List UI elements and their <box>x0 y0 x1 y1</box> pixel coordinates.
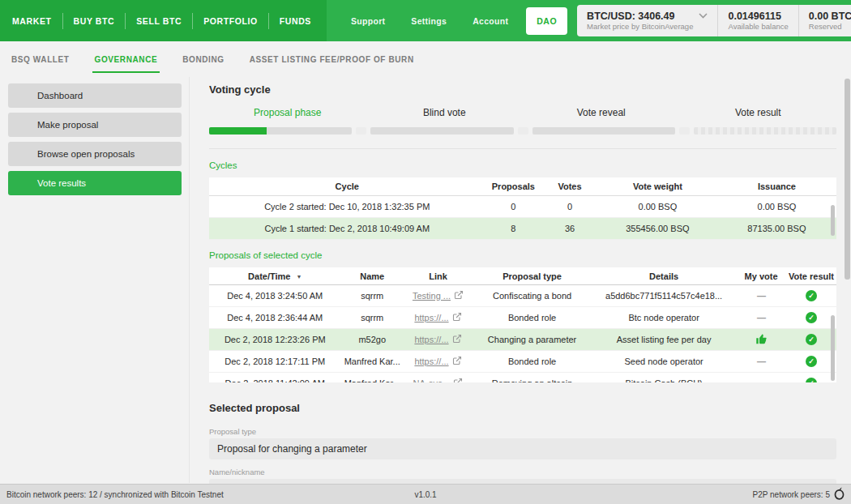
accepted-check-icon: ✓ <box>806 334 817 345</box>
governance-sidebar: Dashboard Make proposal Browse open prop… <box>8 83 182 200</box>
proposal-details: Bitcoin Cash (BCH) <box>592 378 736 382</box>
external-link-icon[interactable] <box>452 312 462 323</box>
col-issuance[interactable]: Issuance <box>717 182 836 191</box>
nav-tab-dao-active[interactable]: DAO <box>526 7 567 35</box>
app-version: v1.0.1 <box>414 490 436 499</box>
my-vote-cell: — <box>736 357 786 366</box>
tab-bonding[interactable]: BONDING <box>182 55 224 64</box>
accepted-check-icon: ✓ <box>806 356 817 367</box>
proposal-row[interactable]: Dec 4, 2018 2:36:44 AM sqrrm https://...… <box>209 307 836 329</box>
nav-item-account[interactable]: Account <box>473 16 508 26</box>
cycle-vote-weight: 355456.00 BSQ <box>598 224 717 233</box>
vote-result-cell: ✓ <box>786 334 836 345</box>
main-scrollbar[interactable] <box>845 79 850 280</box>
p2p-network-status: P2P network peers: 5 <box>753 490 830 499</box>
nav-tab-sell-btc[interactable]: SELL BTC <box>126 16 192 26</box>
col-vote-weight[interactable]: Vote weight <box>598 182 717 191</box>
vote-result-cell: ✓ <box>786 356 836 367</box>
col-votes[interactable]: Votes <box>541 182 598 191</box>
proposal-row-selected[interactable]: Dec 2, 2018 12:23:26 PM m52go https://..… <box>209 329 836 351</box>
available-balance-box: 0.01496115 Available balance <box>717 5 798 36</box>
proposal-type-field[interactable]: Proposal for changing a parameter <box>209 438 836 459</box>
proposal-name: m52go <box>341 335 404 344</box>
sort-desc-icon[interactable]: ▼ <box>296 274 301 280</box>
proposal-row-clipped[interactable]: Dec 2, 2018 11:42:09 AM Manfred Kar... N… <box>209 373 836 382</box>
sidebar-item-make-proposal[interactable]: Make proposal <box>8 113 182 137</box>
col-name[interactable]: Name <box>341 271 404 281</box>
selected-proposal-title: Selected proposal <box>209 402 836 414</box>
external-link-icon[interactable] <box>452 356 462 367</box>
cycle-proposals: 0 <box>485 202 542 211</box>
external-link-icon[interactable] <box>452 334 462 345</box>
external-link-icon[interactable] <box>454 290 464 301</box>
cycles-table-scrollbar[interactable] <box>831 205 835 236</box>
cycle-name: Cycle 1 started: Dec 2, 2018 10:49:09 AM <box>209 224 485 233</box>
proposal-name: Manfred Kar... <box>341 357 404 366</box>
col-link[interactable]: Link <box>404 271 473 281</box>
phase-gap-chip <box>679 127 690 135</box>
nav-tab-funds[interactable]: FUNDS <box>269 16 322 26</box>
proposals-table: Date/Time▼ Name Link Proposal type Detai… <box>209 267 836 382</box>
proposal-details: a5dd6bc771f5114c57c4e18... <box>592 291 736 301</box>
proposals-table-scrollbar[interactable] <box>831 315 835 381</box>
proposal-row[interactable]: Dec 4, 2018 3:24:50 AM sqrrm Testing ...… <box>209 285 836 307</box>
nav-tab-portfolio[interactable]: PORTFOLIO <box>193 16 268 26</box>
proposal-datetime: Dec 4, 2018 3:24:50 AM <box>209 291 341 301</box>
cycles-header-row: Cycle Proposals Votes Vote weight Issuan… <box>209 177 836 196</box>
tab-bsq-wallet[interactable]: BSQ WALLET <box>11 55 70 64</box>
external-link[interactable]: NA-ove... <box>413 378 451 382</box>
reserved-label: Reserved <box>809 22 851 32</box>
available-balance-label: Available balance <box>728 22 788 32</box>
nav-item-support[interactable]: Support <box>351 16 385 26</box>
cycle-row-2[interactable]: Cycle 2 started: Dec 10, 2018 1:32:35 PM… <box>209 196 836 218</box>
tab-asset-listing-fee[interactable]: ASSET LISTING FEE/PROOF OF BURN <box>250 55 414 64</box>
phase-progress-row <box>209 127 836 135</box>
col-cycle[interactable]: Cycle <box>209 182 485 191</box>
cycle-issuance: 87135.00 BSQ <box>717 224 836 233</box>
col-datetime[interactable]: Date/Time▼ <box>209 271 341 281</box>
external-link[interactable]: Testing ... <box>413 291 451 301</box>
thumbs-up-icon <box>756 334 767 344</box>
external-link[interactable]: https://... <box>414 357 448 366</box>
phase-gap-chip <box>356 127 366 135</box>
chevron-down-icon[interactable] <box>674 13 708 19</box>
tab-governance[interactable]: GOVERNANCE <box>95 55 158 64</box>
proposal-row[interactable]: Dec 2, 2018 12:17:11 PM Manfred Kar... h… <box>209 351 836 373</box>
sidebar-item-dashboard[interactable]: Dashboard <box>8 83 182 108</box>
proposal-datetime: Dec 4, 2018 2:36:44 AM <box>209 313 341 322</box>
phase-labels-row: Proposal phase Blind vote Vote reveal Vo… <box>209 107 836 118</box>
sidebar-item-vote-results[interactable]: Vote results <box>8 171 182 195</box>
market-price-source: Market price by BitcoinAverage <box>587 22 708 32</box>
nav-tab-market[interactable]: MARKET <box>2 16 62 26</box>
phase-label-vote-result: Vote result <box>680 107 837 118</box>
proposal-details: Btc node operator <box>592 313 736 322</box>
cycle-row-1-selected[interactable]: Cycle 1 started: Dec 2, 2018 10:49:09 AM… <box>209 218 836 240</box>
col-my-vote[interactable]: My vote <box>736 271 786 281</box>
sidebar-item-browse-open-proposals[interactable]: Browse open proposals <box>8 142 182 166</box>
external-link-icon[interactable] <box>453 378 463 382</box>
proposal-details: Seed node operator <box>592 357 736 366</box>
external-link[interactable]: https://... <box>414 335 448 344</box>
col-details[interactable]: Details <box>592 271 736 281</box>
external-link[interactable]: https://... <box>414 313 448 322</box>
market-price-selector[interactable]: BTC/USD: 3406.49 Market price by Bitcoin… <box>577 5 717 36</box>
nav-tab-buy-btc[interactable]: BUY BTC <box>63 16 126 26</box>
cycle-votes: 36 <box>541 224 598 233</box>
proposals-title: Proposals of selected cycle <box>209 250 836 260</box>
phase-gap-chip <box>518 127 528 135</box>
proposal-type: Changing a parameter <box>473 335 592 344</box>
cycles-table: Cycle Proposals Votes Vote weight Issuan… <box>209 177 836 240</box>
proposals-header-row: Date/Time▼ Name Link Proposal type Detai… <box>209 267 836 285</box>
status-bar: Bitcoin network peers: 12 / synchronized… <box>0 484 851 504</box>
proposal-type: Removing an altcoin <box>473 378 592 382</box>
nav-item-settings[interactable]: Settings <box>411 16 447 26</box>
col-proposals[interactable]: Proposals <box>485 182 542 191</box>
cycle-issuance: 0.00 BSQ <box>717 202 836 211</box>
progressbar-vote-result <box>694 127 836 135</box>
proposal-name: sqrrm <box>341 313 404 322</box>
my-vote-cell: — <box>736 313 786 322</box>
my-vote-cell: — <box>736 378 786 382</box>
col-vote-result[interactable]: Vote result <box>786 271 836 281</box>
proposal-link: https://... <box>404 334 473 345</box>
col-proposal-type[interactable]: Proposal type <box>473 271 592 281</box>
